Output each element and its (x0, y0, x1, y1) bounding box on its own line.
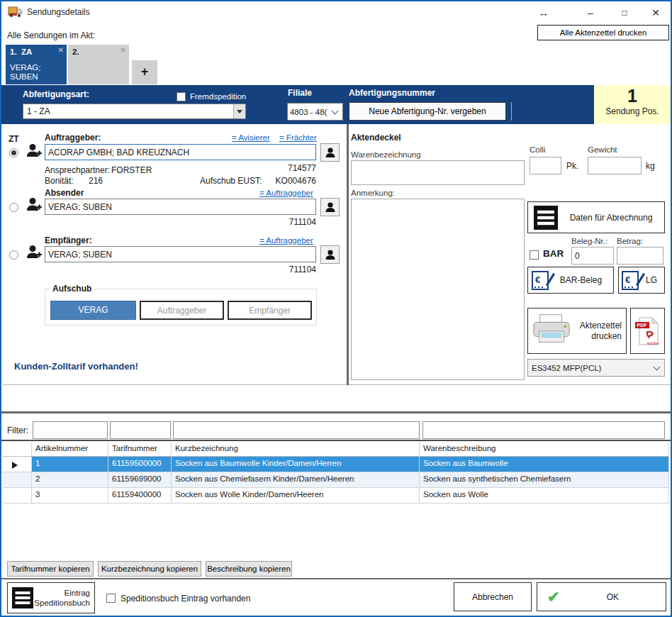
aktenzettel-print-button[interactable]: Aktenzettel drucken (527, 308, 627, 354)
cell-artikelnummer: 1 (32, 457, 108, 472)
empfaenger-input[interactable] (45, 246, 316, 262)
col-tarifnummer[interactable]: Tarifnummer (108, 442, 172, 456)
add-shipment-button[interactable]: + (132, 60, 157, 84)
tab1-close-icon[interactable]: ✕ (58, 46, 64, 54)
colli-suffix: Pk. (566, 161, 578, 171)
speditionsbuch-button[interactable]: Eintrag Speditionsbuch (7, 582, 95, 613)
bar-beleg-button[interactable]: € BAR-Beleg (527, 267, 614, 294)
aktendeckel-panel: Aktendeckel Warenbezeichnung Colli Pk. G… (349, 124, 672, 385)
aufschub-eust-value: KO004676 (245, 176, 316, 186)
fraechter-link[interactable]: = Frächter (279, 133, 317, 142)
gewicht-input[interactable] (588, 157, 642, 174)
filter-input-tarifnummer[interactable] (110, 421, 171, 439)
cancel-button[interactable]: Abbrechen (454, 582, 532, 611)
tab1-code: ZA (21, 48, 32, 56)
zt-label: ZT (9, 134, 19, 144)
chevron-down-icon (654, 363, 661, 370)
abfertigungsart-value: 1 - ZA (23, 106, 233, 116)
colli-input[interactable] (530, 157, 561, 174)
warenbezeichnung-label: Warenbezeichnung (351, 150, 421, 159)
table-row[interactable]: 1 61159500000 Socken aus Baumwolle Kinde… (3, 457, 669, 472)
grid-header-row: Artikelnummer Tarifnummer Kurzbezeichnun… (3, 442, 669, 457)
abrechnung-button[interactable]: Daten für Abrechnung (527, 201, 665, 233)
aufschub-verag-button[interactable]: VERAG (50, 301, 136, 320)
avisierer-link[interactable]: = Avisierer (232, 133, 270, 142)
pdf-sub: Adobe (646, 341, 659, 345)
cancel-label: Abbrechen (472, 592, 513, 602)
copy-beschreibung-button[interactable]: Beschreibung kopieren (206, 561, 292, 577)
shipment-tab-1[interactable]: 1. ZA ✕ VERAG; SUBEN (6, 45, 67, 84)
filiale-select[interactable]: 4803 - 48( (287, 103, 343, 121)
cell-warenbeschreibung: Socken aus Wolle (420, 488, 669, 503)
truck-icon (8, 6, 23, 20)
maximize-button[interactable]: □ (615, 6, 634, 20)
filter-input-warenbeschreibung[interactable] (422, 421, 665, 439)
copy-kurzbezeichnung-button[interactable]: Kurzbezeichnung kopieren (98, 561, 201, 577)
cell-kurzbezeichnung: Socken aus Wolle Kinder/Damen/Heeren (172, 488, 420, 503)
auftraggeber-input[interactable] (45, 144, 316, 160)
cell-artikelnummer: 3 (32, 488, 108, 503)
person-add-icon[interactable] (26, 197, 43, 216)
person-add-icon[interactable] (26, 245, 43, 263)
person-add-icon[interactable] (26, 143, 43, 162)
aufschub-auftraggeber-button[interactable]: Auftraggeber (140, 301, 224, 320)
warenbezeichnung-textarea[interactable] (351, 160, 525, 185)
copy-tarifnummer-button[interactable]: Tarifnummer kopieren (7, 561, 94, 577)
empfaenger-contact-button[interactable] (320, 245, 340, 264)
position-count: 1 (594, 85, 671, 106)
beleg-nr-input[interactable] (571, 247, 614, 265)
banner-separator (511, 102, 512, 121)
close-button[interactable]: ✕ (646, 6, 665, 20)
speditionsbuch-checkbox-label: Speditionsbuch Eintrag vorhanden (121, 594, 250, 604)
ok-button[interactable]: ✔ OK (537, 582, 666, 611)
table-row[interactable]: 2 61159699000 Socken aus Chemiefasern Ki… (3, 472, 669, 488)
anmerkung-textarea[interactable] (351, 199, 525, 380)
chevron-down-icon (332, 107, 339, 114)
aufschub-label: Aufschub (50, 284, 94, 294)
col-artikelnummer[interactable]: Artikelnummer (32, 442, 108, 456)
speditionsbuch-checkbox[interactable] (106, 594, 116, 603)
pdf-badge: PDF (635, 322, 649, 328)
aufschub-empfaenger-button[interactable]: Empfänger (228, 301, 312, 320)
auftraggeber-label: Auftraggeber: (45, 133, 101, 143)
minimize-button[interactable]: – (581, 6, 600, 20)
dropdown-arrow-icon[interactable] (233, 104, 245, 118)
gewicht-suffix: kg (646, 161, 655, 171)
auftraggeber-contact-button[interactable] (320, 143, 340, 162)
abfertigungsart-label: Abfertigungsart: (23, 89, 89, 99)
fremdspedition-checkbox[interactable] (177, 92, 186, 101)
filter-input-kurzbezeichnung[interactable] (173, 421, 420, 439)
abfertigungsart-select[interactable]: 1 - ZA (23, 104, 246, 119)
lg-button[interactable]: € LG (618, 267, 665, 294)
new-abfertigung-number-button[interactable]: Neue Abfertigung-Nr. vergeben (349, 102, 506, 121)
col-warenbeschreibung[interactable]: Warenbeschreibung (420, 442, 669, 456)
all-shipments-label: Alle Sendungen im Akt: (7, 30, 95, 40)
speditionsbuch-label-1: Eintrag (65, 589, 90, 597)
tab2-close-icon[interactable]: ✕ (121, 46, 126, 54)
title-bar: Sendungsdetails ↔ – □ ✕ (1, 1, 671, 23)
ansprechpartner-label: Ansprechpartner: (45, 165, 110, 175)
auftraggeber-radio[interactable] (9, 148, 18, 157)
print-all-aktenzettel-button[interactable]: Alle Aktenzettel drucken (537, 25, 669, 40)
betrag-input[interactable] (617, 247, 663, 265)
euro-receipt-icon: € (532, 271, 549, 290)
resize-icon[interactable]: ↔ (534, 6, 553, 20)
cell-kurzbezeichnung: Socken aus Chemiefasern Kinder/Damen/Hee… (172, 472, 420, 487)
absender-radio[interactable] (9, 203, 18, 212)
pdf-button[interactable]: PDF Adobe (630, 308, 665, 354)
cell-tarifnummer: 61159400000 (108, 488, 172, 503)
filter-input-artikelnummer[interactable] (33, 421, 108, 439)
empfaenger-radio[interactable] (9, 250, 18, 260)
bar-checkbox[interactable] (530, 250, 539, 260)
check-icon: ✔ (547, 589, 560, 606)
tab1-line2: VERAG; (10, 63, 40, 72)
empfaenger-auftraggeber-link[interactable]: = Auftraggeber (259, 236, 313, 245)
shipment-tab-2[interactable]: 2. ✕ (68, 45, 129, 84)
absender-contact-button[interactable] (320, 198, 340, 216)
col-kurzbezeichnung[interactable]: Kurzbezeichnung (172, 442, 420, 456)
table-row[interactable]: 3 61159400000 Socken aus Wolle Kinder/Da… (3, 488, 669, 504)
absender-auftraggeber-link[interactable]: = Auftraggeber (259, 189, 313, 197)
cell-tarifnummer: 61159699000 (108, 472, 172, 487)
absender-input[interactable] (45, 199, 316, 215)
printer-select[interactable]: ES3452 MFP(PCL) (527, 359, 665, 377)
